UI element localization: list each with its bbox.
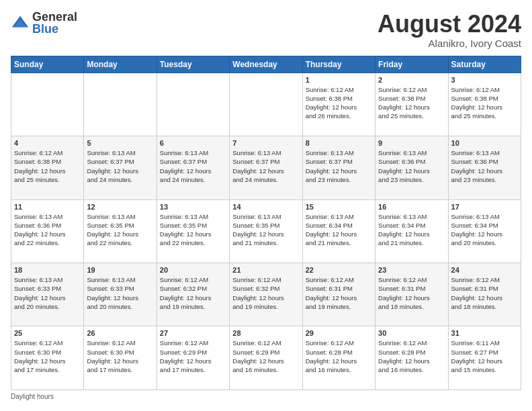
calendar-cell: 5Sunrise: 6:13 AM Sunset: 6:37 PM Daylig… [84, 136, 157, 199]
calendar-cell [157, 73, 229, 136]
day-info: Sunrise: 6:13 AM Sunset: 6:37 PM Dayligh… [306, 148, 372, 184]
day-number: 20 [160, 266, 226, 274]
calendar-cell: 10Sunrise: 6:13 AM Sunset: 6:36 PM Dayli… [448, 136, 521, 199]
day-number: 14 [232, 203, 299, 211]
calendar-cell: 17Sunrise: 6:13 AM Sunset: 6:34 PM Dayli… [448, 199, 521, 263]
day-number: 7 [232, 139, 299, 147]
day-number: 9 [378, 139, 445, 147]
calendar-cell: 12Sunrise: 6:13 AM Sunset: 6:35 PM Dayli… [84, 199, 157, 263]
day-info: Sunrise: 6:12 AM Sunset: 6:38 PM Dayligh… [378, 85, 445, 121]
day-number: 13 [160, 203, 226, 211]
calendar-cell: 24Sunrise: 6:12 AM Sunset: 6:31 PM Dayli… [448, 263, 521, 326]
day-number: 10 [451, 139, 518, 147]
calendar-cell: 13Sunrise: 6:13 AM Sunset: 6:35 PM Dayli… [157, 199, 229, 263]
logo: General Blue [11, 11, 77, 35]
day-number: 15 [306, 203, 372, 211]
calendar-week-row: 25Sunrise: 6:12 AM Sunset: 6:30 PM Dayli… [11, 326, 521, 390]
day-info: Sunrise: 6:12 AM Sunset: 6:29 PM Dayligh… [160, 338, 226, 374]
day-number: 30 [378, 329, 445, 337]
calendar-cell: 8Sunrise: 6:13 AM Sunset: 6:37 PM Daylig… [302, 136, 375, 199]
calendar-cell [84, 73, 157, 136]
calendar-cell: 28Sunrise: 6:12 AM Sunset: 6:29 PM Dayli… [230, 326, 302, 390]
calendar-cell: 23Sunrise: 6:12 AM Sunset: 6:31 PM Dayli… [375, 263, 448, 326]
day-info: Sunrise: 6:12 AM Sunset: 6:30 PM Dayligh… [87, 338, 153, 374]
calendar-header-friday: Friday [375, 56, 448, 73]
day-info: Sunrise: 6:12 AM Sunset: 6:28 PM Dayligh… [306, 338, 372, 374]
day-info: Sunrise: 6:12 AM Sunset: 6:30 PM Dayligh… [14, 338, 81, 374]
logo-blue: Blue [32, 23, 77, 35]
logo-icon [11, 13, 30, 32]
daylight-label: Daylight hours [11, 393, 54, 400]
day-info: Sunrise: 6:13 AM Sunset: 6:34 PM Dayligh… [451, 212, 518, 248]
header: General Blue August 2024 Alanikro, Ivory… [11, 11, 521, 49]
day-info: Sunrise: 6:12 AM Sunset: 6:31 PM Dayligh… [451, 275, 518, 311]
calendar-cell: 11Sunrise: 6:13 AM Sunset: 6:36 PM Dayli… [11, 199, 84, 263]
day-info: Sunrise: 6:12 AM Sunset: 6:38 PM Dayligh… [14, 148, 81, 184]
calendar-cell: 21Sunrise: 6:12 AM Sunset: 6:32 PM Dayli… [230, 263, 302, 326]
day-number: 1 [306, 76, 372, 84]
calendar-cell: 7Sunrise: 6:13 AM Sunset: 6:37 PM Daylig… [230, 136, 302, 199]
calendar-cell: 18Sunrise: 6:13 AM Sunset: 6:33 PM Dayli… [11, 263, 84, 326]
calendar-cell [230, 73, 302, 136]
day-info: Sunrise: 6:13 AM Sunset: 6:36 PM Dayligh… [451, 148, 518, 184]
day-info: Sunrise: 6:13 AM Sunset: 6:36 PM Dayligh… [14, 212, 81, 248]
calendar-cell: 20Sunrise: 6:12 AM Sunset: 6:32 PM Dayli… [157, 263, 229, 326]
day-number: 16 [378, 203, 445, 211]
day-number: 3 [451, 76, 518, 84]
calendar-cell: 26Sunrise: 6:12 AM Sunset: 6:30 PM Dayli… [84, 326, 157, 390]
day-number: 8 [306, 139, 372, 147]
day-number: 12 [87, 203, 153, 211]
calendar-cell: 2Sunrise: 6:12 AM Sunset: 6:38 PM Daylig… [375, 73, 448, 136]
calendar-header-tuesday: Tuesday [157, 56, 229, 73]
calendar-cell: 19Sunrise: 6:13 AM Sunset: 6:33 PM Dayli… [84, 263, 157, 326]
day-info: Sunrise: 6:13 AM Sunset: 6:35 PM Dayligh… [87, 212, 153, 248]
calendar-cell: 31Sunrise: 6:11 AM Sunset: 6:27 PM Dayli… [448, 326, 521, 390]
day-info: Sunrise: 6:13 AM Sunset: 6:35 PM Dayligh… [160, 212, 226, 248]
day-info: Sunrise: 6:12 AM Sunset: 6:32 PM Dayligh… [160, 275, 226, 311]
day-info: Sunrise: 6:13 AM Sunset: 6:37 PM Dayligh… [87, 148, 153, 184]
calendar-cell: 6Sunrise: 6:13 AM Sunset: 6:37 PM Daylig… [157, 136, 229, 199]
day-info: Sunrise: 6:12 AM Sunset: 6:38 PM Dayligh… [451, 85, 518, 121]
day-info: Sunrise: 6:12 AM Sunset: 6:28 PM Dayligh… [378, 338, 445, 374]
day-info: Sunrise: 6:12 AM Sunset: 6:31 PM Dayligh… [306, 275, 372, 311]
day-info: Sunrise: 6:13 AM Sunset: 6:37 PM Dayligh… [232, 148, 299, 184]
calendar-cell: 16Sunrise: 6:13 AM Sunset: 6:34 PM Dayli… [375, 199, 448, 263]
day-info: Sunrise: 6:12 AM Sunset: 6:31 PM Dayligh… [378, 275, 445, 311]
calendar-week-row: 11Sunrise: 6:13 AM Sunset: 6:36 PM Dayli… [11, 199, 521, 263]
day-number: 31 [451, 329, 518, 337]
calendar-cell: 29Sunrise: 6:12 AM Sunset: 6:28 PM Dayli… [302, 326, 375, 390]
day-info: Sunrise: 6:12 AM Sunset: 6:32 PM Dayligh… [232, 275, 299, 311]
day-number: 19 [87, 266, 153, 274]
footer: Daylight hours [11, 393, 521, 400]
logo-text: General Blue [32, 11, 77, 35]
calendar-header-saturday: Saturday [448, 56, 521, 73]
day-info: Sunrise: 6:13 AM Sunset: 6:34 PM Dayligh… [306, 212, 372, 248]
calendar-cell: 22Sunrise: 6:12 AM Sunset: 6:31 PM Dayli… [302, 263, 375, 326]
day-info: Sunrise: 6:13 AM Sunset: 6:36 PM Dayligh… [378, 148, 445, 184]
day-number: 4 [14, 139, 81, 147]
calendar-cell: 15Sunrise: 6:13 AM Sunset: 6:34 PM Dayli… [302, 199, 375, 263]
day-info: Sunrise: 6:13 AM Sunset: 6:37 PM Dayligh… [160, 148, 226, 184]
day-number: 25 [14, 329, 81, 337]
calendar-cell: 27Sunrise: 6:12 AM Sunset: 6:29 PM Dayli… [157, 326, 229, 390]
calendar-week-row: 4Sunrise: 6:12 AM Sunset: 6:38 PM Daylig… [11, 136, 521, 199]
day-info: Sunrise: 6:12 AM Sunset: 6:38 PM Dayligh… [306, 85, 372, 121]
calendar-cell: 14Sunrise: 6:13 AM Sunset: 6:35 PM Dayli… [230, 199, 302, 263]
calendar-header-sunday: Sunday [11, 56, 84, 73]
calendar-header-thursday: Thursday [302, 56, 375, 73]
location: Alanikro, Ivory Coast [378, 38, 521, 49]
title-block: August 2024 Alanikro, Ivory Coast [378, 11, 521, 49]
day-number: 22 [306, 266, 372, 274]
day-info: Sunrise: 6:12 AM Sunset: 6:29 PM Dayligh… [232, 338, 299, 374]
calendar-cell [11, 73, 84, 136]
day-info: Sunrise: 6:13 AM Sunset: 6:34 PM Dayligh… [378, 212, 445, 248]
day-number: 21 [232, 266, 299, 274]
day-number: 2 [378, 76, 445, 84]
day-info: Sunrise: 6:13 AM Sunset: 6:33 PM Dayligh… [87, 275, 153, 311]
calendar-header-row: SundayMondayTuesdayWednesdayThursdayFrid… [11, 56, 521, 73]
day-number: 17 [451, 203, 518, 211]
calendar-cell: 25Sunrise: 6:12 AM Sunset: 6:30 PM Dayli… [11, 326, 84, 390]
calendar-cell: 3Sunrise: 6:12 AM Sunset: 6:38 PM Daylig… [448, 73, 521, 136]
day-info: Sunrise: 6:11 AM Sunset: 6:27 PM Dayligh… [451, 338, 518, 374]
day-number: 23 [378, 266, 445, 274]
